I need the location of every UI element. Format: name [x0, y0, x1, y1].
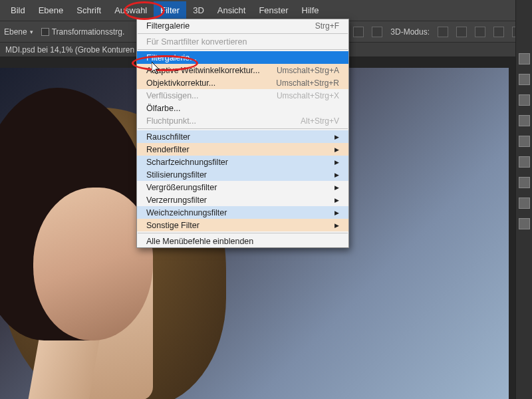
menu-item-show-all[interactable]: Alle Menübefehle einblenden — [137, 235, 348, 247]
menu-item-shortcut: Alt+Strg+V — [301, 116, 339, 126]
mode3d-rotate-icon[interactable] — [438, 27, 448, 37]
menu-item-last-filter[interactable]: Filtergalerie Strg+F — [137, 19, 348, 32]
menu-item-label: Renderfilter — [146, 145, 190, 154]
menu-bild[interactable]: Bild — [4, 1, 32, 19]
submenu-arrow-icon: ▶ — [334, 209, 339, 216]
menu-item-verfluessigen: Verflüssigen... Umschalt+Strg+X — [137, 89, 348, 102]
menu-item-label: Alle Menübefehle einblenden — [146, 237, 253, 246]
submenu-sonstige[interactable]: Sonstige Filter ▶ — [137, 219, 348, 231]
panel-icon-5[interactable] — [519, 136, 530, 147]
menu-item-label: Für Smartfilter konvertieren — [146, 37, 247, 47]
menu-item-label: Vergrößerungsfilter — [146, 183, 217, 192]
menu-item-label: Rauschfilter — [146, 132, 190, 142]
checkbox-icon — [41, 28, 49, 36]
menu-item-label: Verzerrungsfilter — [146, 196, 207, 205]
menu-item-label: Fluchtpunkt... — [146, 116, 196, 126]
menu-item-label: Filtergalerie — [146, 21, 190, 31]
submenu-stil[interactable]: Stilisierungsfilter ▶ — [137, 168, 348, 181]
menu-schrift[interactable]: Schrift — [70, 1, 108, 19]
menu-separator — [138, 233, 348, 233]
file-tab[interactable]: MDI.psd bei 14,1% (Grobe Konturen — [1, 44, 138, 56]
menu-ansicht[interactable]: Ansicht — [211, 1, 253, 19]
menu-item-label: Weichzeichnungsfilter — [146, 208, 227, 217]
panel-icon-3[interactable] — [519, 94, 530, 106]
menu-separator — [138, 128, 348, 129]
menu-3d[interactable]: 3D — [186, 1, 211, 19]
layer-selector[interactable]: Ebene ▾ — [4, 27, 33, 37]
panel-icon-4[interactable] — [519, 115, 530, 126]
menu-item-label: Scharfzeichnungsfilter — [146, 158, 228, 167]
layer-selector-label: Ebene — [4, 27, 27, 37]
menu-item-filtergalerie[interactable]: Filtergalerie... — [137, 51, 348, 64]
menu-item-label: Adaptive Weitwinkelkorrektur... — [146, 66, 260, 75]
menu-ebene[interactable]: Ebene — [32, 1, 70, 19]
submenu-arrow-icon: ▶ — [334, 134, 339, 140]
options-icon-2[interactable] — [372, 27, 382, 37]
menu-item-label: Sonstige Filter — [146, 221, 200, 230]
panel-icon-6[interactable] — [519, 156, 530, 168]
right-panel-rail — [515, 0, 532, 399]
submenu-scharf[interactable]: Scharfzeichnungsfilter ▶ — [137, 156, 348, 168]
menu-item-label: Objektivkorrektur... — [146, 78, 215, 88]
options-icon-1[interactable] — [353, 27, 364, 37]
submenu-weichzeichnung[interactable]: Weichzeichnungsfilter ▶ — [137, 206, 348, 219]
panel-icon-7[interactable] — [519, 177, 530, 188]
menu-item-fluchtpunkt: Fluchtpunkt... Alt+Strg+V — [137, 114, 348, 127]
chevron-down-icon: ▾ — [30, 29, 33, 35]
menu-item-shortcut: Strg+F — [315, 21, 339, 31]
submenu-verzerrung[interactable]: Verzerrungsfilter ▶ — [137, 194, 348, 206]
menu-fenster[interactable]: Fenster — [252, 1, 295, 19]
submenu-arrow-icon: ▶ — [334, 222, 339, 229]
submenu-render[interactable]: Renderfilter ▶ — [137, 143, 348, 156]
submenu-vergroesserung[interactable]: Vergrößerungsfilter ▶ — [137, 181, 348, 194]
panel-icon-1[interactable] — [519, 53, 530, 65]
menu-item-shortcut: Umschalt+Strg+R — [276, 78, 339, 88]
menu-separator — [138, 49, 348, 50]
menu-item-label: Stilisierungsfilter — [146, 170, 207, 180]
menu-hilfe[interactable]: Hilfe — [295, 1, 326, 19]
submenu-rausch[interactable]: Rauschfilter ▶ — [137, 130, 348, 143]
mode-label: 3D-Modus: — [390, 27, 430, 37]
submenu-arrow-icon: ▶ — [334, 172, 339, 178]
menu-separator — [138, 33, 348, 34]
menu-item-label: Filtergalerie... — [146, 53, 197, 63]
menu-item-oelfarbe[interactable]: Ölfarbe... — [137, 102, 348, 114]
panel-icon-8[interactable] — [519, 198, 530, 209]
menu-item-label: Verflüssigen... — [146, 91, 199, 100]
menu-item-weitwinkel[interactable]: Adaptive Weitwinkelkorrektur... Umschalt… — [137, 64, 348, 76]
menu-item-smartfilter: Für Smartfilter konvertieren — [137, 35, 348, 48]
mode3d-roll-icon[interactable] — [456, 27, 467, 37]
submenu-arrow-icon: ▶ — [334, 184, 339, 191]
menu-item-label: Ölfarbe... — [146, 104, 180, 113]
submenu-arrow-icon: ▶ — [334, 197, 339, 203]
menu-item-shortcut: Umschalt+Strg+X — [277, 91, 339, 100]
menu-item-shortcut: Umschalt+Strg+A — [277, 66, 339, 75]
menu-filter[interactable]: Filter — [154, 1, 186, 19]
filter-dropdown: Filtergalerie Strg+F Für Smartfilter kon… — [136, 19, 349, 248]
submenu-arrow-icon: ▶ — [334, 159, 339, 166]
mode3d-slide-icon[interactable] — [493, 27, 504, 37]
submenu-arrow-icon: ▶ — [334, 146, 339, 153]
transform-toggle[interactable]: Transformationsstrg. — [41, 27, 125, 37]
menu-item-objektiv[interactable]: Objektivkorrektur... Umschalt+Strg+R — [137, 76, 348, 89]
panel-icon-9[interactable] — [519, 218, 530, 229]
mode3d-pan-icon[interactable] — [475, 27, 485, 37]
panel-icon-2[interactable] — [519, 74, 530, 85]
transform-toggle-label: Transformationsstrg. — [52, 27, 125, 37]
menu-auswahl[interactable]: Auswahl — [108, 1, 154, 19]
